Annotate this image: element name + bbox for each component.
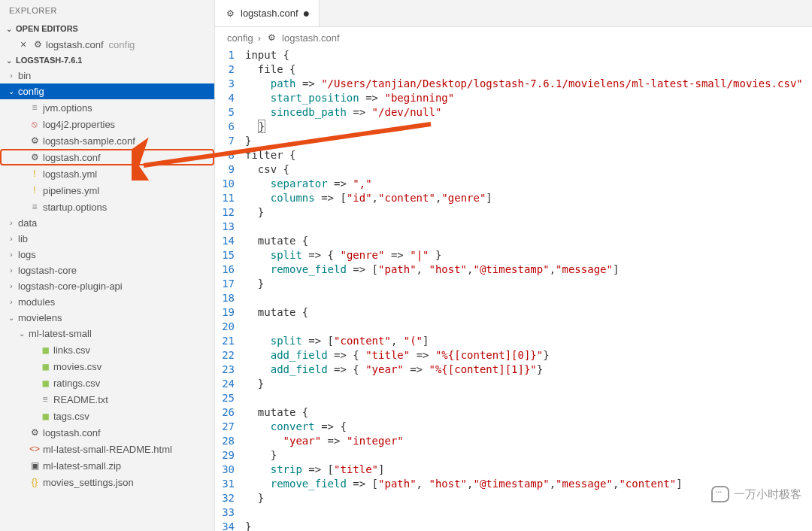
code-line[interactable]: 10 separator => "," — [215, 177, 812, 191]
code-line[interactable]: 7} — [215, 134, 812, 148]
folder-config[interactable]: ⌄config — [0, 83, 214, 99]
line-number: 11 — [215, 191, 245, 205]
tab-logstash-conf[interactable]: ⚙ logstash.conf ● — [215, 0, 320, 26]
code-line[interactable]: 20 — [215, 320, 812, 334]
code-line[interactable]: 8filter { — [215, 148, 812, 162]
file-jvm.options[interactable]: ≡jvm.options — [0, 99, 214, 116]
folder-modules[interactable]: ›modules — [0, 294, 214, 310]
open-editor-item[interactable]: × ⚙ logstash.conf config — [0, 36, 214, 53]
line-number: 17 — [215, 277, 245, 291]
code-line[interactable]: 21 split => ["content", "("] — [215, 334, 812, 348]
tab-bar: ⚙ logstash.conf ● — [215, 0, 812, 27]
code-line[interactable]: 19 mutate { — [215, 305, 812, 320]
info-icon: ! — [29, 168, 41, 180]
label: README.txt — [53, 394, 108, 405]
code-line[interactable]: 29 } — [215, 448, 812, 463]
label: ml-latest-small — [29, 328, 92, 339]
breadcrumb[interactable]: config › ⚙ logstash.conf — [215, 27, 812, 48]
file-pipelines.yml[interactable]: !pipelines.yml — [0, 182, 214, 199]
label: ratings.csv — [53, 378, 100, 389]
file-movies_settings.json[interactable]: {}movies_settings.json — [0, 474, 214, 490]
line-number: 33 — [215, 505, 245, 520]
code-editor[interactable]: 1input {2 file {3 path => "/Users/tanjia… — [215, 48, 812, 531]
chevron-right-icon: › — [7, 266, 16, 275]
label: startup.options — [43, 202, 107, 213]
chevron-down-icon: ⌄ — [7, 87, 16, 96]
close-icon[interactable]: × — [17, 38, 29, 50]
code-line[interactable]: 33 — [215, 505, 812, 520]
file-README.txt[interactable]: ≡README.txt — [0, 391, 214, 408]
code-line[interactable]: 18 — [215, 291, 812, 305]
file-ml-latest-small-README.html[interactable]: <>ml-latest-small-README.html — [0, 441, 214, 457]
label: logstash-core-plugin-api — [18, 281, 123, 292]
code-line[interactable]: 26 mutate { — [215, 405, 812, 420]
label: logstash.conf — [43, 427, 101, 438]
dirty-indicator: ● — [303, 7, 311, 20]
label: logstash-core — [18, 265, 77, 276]
code-line[interactable]: 2 file { — [215, 62, 812, 77]
folder-bin[interactable]: ›bin — [0, 68, 214, 83]
project-section[interactable]: ⌄ LOGSTASH-7.6.1 — [0, 53, 214, 68]
line-number: 34 — [215, 520, 245, 531]
code-line[interactable]: 23 add_field => { "year" => "%{[content]… — [215, 363, 812, 377]
file-tags.csv[interactable]: ▦tags.csv — [0, 408, 214, 424]
chevron-right-icon: › — [7, 298, 16, 306]
warn-icon: ⦸ — [29, 118, 41, 130]
file-logstash-sample.conf[interactable]: ⚙logstash-sample.conf — [0, 132, 214, 149]
code-line[interactable]: 17 } — [215, 277, 812, 291]
file-log4j2.properties[interactable]: ⦸log4j2.properties — [0, 116, 214, 132]
line-number: 15 — [215, 248, 245, 262]
editor: ⚙ logstash.conf ● config › ⚙ logstash.co… — [215, 0, 812, 531]
code-line[interactable]: 13 — [215, 220, 812, 234]
folder-data[interactable]: ›data — [0, 215, 214, 231]
folder-lib[interactable]: ›lib — [0, 231, 214, 247]
code-line[interactable]: 4 start_position => "beginning" — [215, 91, 812, 105]
label: log4j2.properties — [43, 119, 115, 130]
folder-ml-latest-small[interactable]: ⌄ml-latest-small — [0, 326, 214, 341]
code-line[interactable]: 27 convert => { — [215, 420, 812, 434]
line-number: 31 — [215, 477, 245, 491]
label: logstash.conf — [43, 152, 101, 163]
code-line[interactable]: 11 columns => ["id","content","genre"] — [215, 191, 812, 205]
file-startup.options[interactable]: ≡startup.options — [0, 199, 214, 215]
code-line[interactable]: 5 sincedb_path => "/dev/null" — [215, 105, 812, 120]
folder-logstash-core[interactable]: ›logstash-core — [0, 262, 214, 278]
file-movies.csv[interactable]: ▦movies.csv — [0, 358, 214, 375]
line-number: 2 — [215, 62, 245, 77]
code-line[interactable]: 15 split => { "genre" => "|" } — [215, 248, 812, 262]
code-line[interactable]: 28 "year" => "integer" — [215, 434, 812, 448]
line-number: 8 — [215, 148, 245, 162]
code-line[interactable]: 25 — [215, 391, 812, 405]
line-number: 6 — [215, 120, 245, 134]
code-line[interactable]: 3 path => "/Users/tanjian/Desktop/logsta… — [215, 77, 812, 91]
line-number: 14 — [215, 234, 245, 248]
open-editors-section[interactable]: ⌄ OPEN EDITORS — [0, 21, 214, 36]
code-line[interactable]: 9 csv { — [215, 162, 812, 177]
file-logstash.yml[interactable]: !logstash.yml — [0, 165, 214, 182]
code-line[interactable]: 30 strip => ["title"] — [215, 463, 812, 477]
code-line[interactable]: 6 } — [215, 120, 812, 134]
gear-icon: ⚙ — [265, 32, 277, 44]
chevron-right-icon: › — [7, 282, 16, 290]
code-line[interactable]: 12 } — [215, 205, 812, 220]
folder-logstash-core-plugin-api[interactable]: ›logstash-core-plugin-api — [0, 278, 214, 294]
html-icon: <> — [29, 443, 41, 455]
code-line[interactable]: 1input { — [215, 48, 812, 62]
code-line[interactable]: 34} — [215, 520, 812, 531]
txt-icon: ≡ — [29, 102, 41, 114]
label: lib — [18, 233, 28, 244]
folder-movielens[interactable]: ⌄movielens — [0, 310, 214, 326]
code-line[interactable]: 14 mutate { — [215, 234, 812, 248]
file-links.csv[interactable]: ▦links.csv — [0, 341, 214, 358]
code-line[interactable]: 24 } — [215, 377, 812, 391]
file-ratings.csv[interactable]: ▦ratings.csv — [0, 375, 214, 391]
folder-logs[interactable]: ›logs — [0, 247, 214, 262]
label: jvm.options — [43, 102, 92, 114]
file-logstash.conf[interactable]: ⚙logstash.conf — [0, 424, 214, 441]
line-number: 13 — [215, 220, 245, 234]
file-logstash.conf[interactable]: ⚙logstash.conf — [0, 149, 214, 165]
code-line[interactable]: 22 add_field => { "title" => "%{[content… — [215, 348, 812, 363]
file-ml-latest-small.zip[interactable]: ▣ml-latest-small.zip — [0, 457, 214, 474]
code-line[interactable]: 16 remove_field => ["path", "host","@tim… — [215, 262, 812, 277]
explorer-header: EXPLORER — [0, 0, 214, 21]
